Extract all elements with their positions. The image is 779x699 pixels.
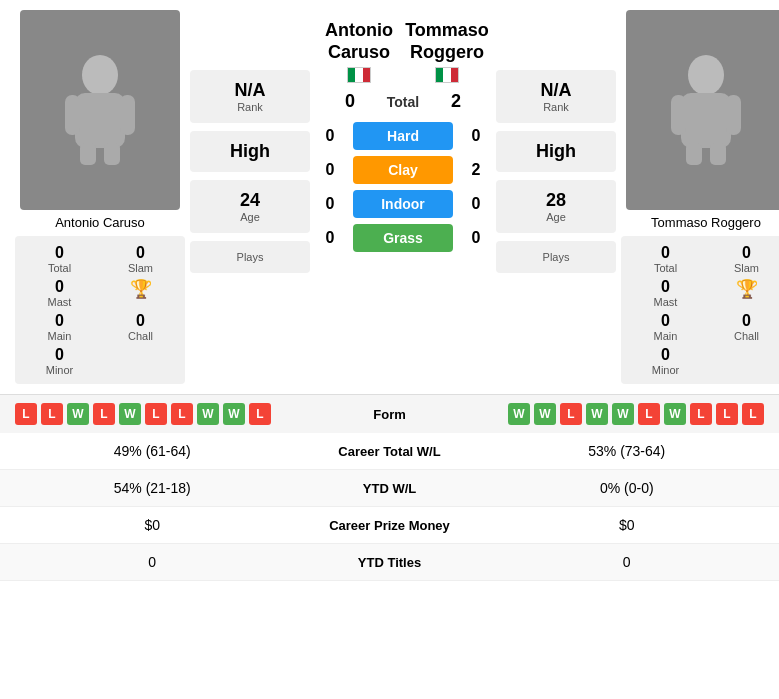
right-surface-value: High <box>512 141 600 162</box>
left-rank-label: Rank <box>206 101 294 113</box>
form-badge-left: L <box>15 403 37 425</box>
right-total-value: 0 <box>661 244 670 262</box>
indoor-score-right: 0 <box>461 195 491 213</box>
left-total-value: 0 <box>55 244 64 262</box>
svg-rect-8 <box>671 95 686 135</box>
left-player-silhouette <box>60 55 140 165</box>
right-slam-stat: 0 Slam <box>712 244 779 274</box>
right-age-label: Age <box>512 211 600 223</box>
form-badge-right: L <box>690 403 712 425</box>
hard-button[interactable]: Hard <box>353 122 453 150</box>
svg-point-6 <box>688 55 724 95</box>
clay-row: 0 Clay 2 <box>315 156 491 184</box>
svg-rect-11 <box>710 143 726 165</box>
right-player-stats: 0 Total 0 Slam 0 Mast 🏆 0 Main 0 Chall <box>621 236 779 384</box>
stats-row: $0 Career Prize Money $0 <box>0 507 779 544</box>
right-slam-label: Slam <box>734 262 759 274</box>
indoor-button[interactable]: Indoor <box>353 190 453 218</box>
stat-center-label: Career Total W/L <box>290 444 490 459</box>
form-badge-left: L <box>93 403 115 425</box>
left-total-stat: 0 Total <box>25 244 94 274</box>
stats-row: 54% (21-18) YTD W/L 0% (0-0) <box>0 470 779 507</box>
stats-row: 49% (61-64) Career Total W/L 53% (73-64) <box>0 433 779 470</box>
clay-button[interactable]: Clay <box>353 156 453 184</box>
grass-button[interactable]: Grass <box>353 224 453 252</box>
form-badge-left: L <box>249 403 271 425</box>
p2-name-line1: Tommaso <box>403 20 491 42</box>
form-badge-right: W <box>664 403 686 425</box>
svg-rect-7 <box>681 93 731 148</box>
indoor-score-left: 0 <box>315 195 345 213</box>
form-badge-left: L <box>145 403 167 425</box>
right-player-photo <box>626 10 779 210</box>
grass-score-left: 0 <box>315 229 345 247</box>
left-minor-stat: 0 Minor <box>25 346 94 376</box>
left-player-section: Antonio Caruso 0 Total 0 Slam 0 Mast 🏆 0… <box>15 10 185 384</box>
left-rank-box: N/A Rank <box>190 70 310 123</box>
indoor-row: 0 Indoor 0 <box>315 190 491 218</box>
p1-name-line2: Caruso <box>315 42 403 64</box>
stats-table: 49% (61-64) Career Total W/L 53% (73-64)… <box>0 433 779 581</box>
right-main-label: Main <box>654 330 678 342</box>
form-center-label: Form <box>340 407 440 422</box>
right-slam-value: 0 <box>742 244 751 262</box>
grass-score-right: 0 <box>461 229 491 247</box>
form-badge-right: W <box>612 403 634 425</box>
form-badge-right: L <box>638 403 660 425</box>
right-rank-label: Rank <box>512 101 600 113</box>
form-badge-left: W <box>197 403 219 425</box>
right-chall-stat: 0 Chall <box>712 312 779 342</box>
right-rank-value: N/A <box>512 80 600 101</box>
clay-score-left: 0 <box>315 161 345 179</box>
left-total-label: Total <box>48 262 71 274</box>
stat-center-label: YTD W/L <box>290 481 490 496</box>
svg-rect-10 <box>686 143 702 165</box>
total-score-left: 0 <box>335 91 365 112</box>
left-minor-value: 0 <box>55 346 64 364</box>
top-section: Antonio Caruso 0 Total 0 Slam 0 Mast 🏆 0… <box>0 0 779 394</box>
center-player1-name: Antonio Caruso <box>315 20 403 83</box>
left-rank-value: N/A <box>206 80 294 101</box>
right-minor-label: Minor <box>652 364 680 376</box>
left-age-value: 24 <box>206 190 294 211</box>
hard-row: 0 Hard 0 <box>315 122 491 150</box>
stat-center-label: YTD Titles <box>290 555 490 570</box>
right-plays-box: Plays <box>496 241 616 273</box>
left-player-name: Antonio Caruso <box>55 215 145 230</box>
total-score-right: 2 <box>441 91 471 112</box>
right-age-value: 28 <box>512 190 600 211</box>
form-right: WWLWWLWLLL <box>445 403 765 425</box>
stat-left-val: 49% (61-64) <box>15 443 290 459</box>
p1-flag <box>315 67 403 83</box>
p1-name-line1: Antonio <box>315 20 403 42</box>
right-minor-stat: 0 Minor <box>631 346 700 376</box>
stat-left-val: 54% (21-18) <box>15 480 290 496</box>
right-age-box: 28 Age <box>496 180 616 233</box>
left-mast-value: 0 <box>55 278 64 296</box>
left-trophy-icon: 🏆 <box>130 278 152 300</box>
form-badge-right: L <box>742 403 764 425</box>
left-surface-box: High <box>190 131 310 172</box>
right-rank-box: N/A Rank <box>496 70 616 123</box>
left-player-stats: 0 Total 0 Slam 0 Mast 🏆 0 Main 0 Chall <box>15 236 185 384</box>
form-badge-left: W <box>119 403 141 425</box>
left-main-stat: 0 Main <box>25 312 94 342</box>
right-chall-label: Chall <box>734 330 759 342</box>
form-badge-left: W <box>67 403 89 425</box>
p1-flag-icon <box>347 67 371 83</box>
left-main-value: 0 <box>55 312 64 330</box>
svg-rect-5 <box>104 143 120 165</box>
right-player-name: Tommaso Roggero <box>651 215 761 230</box>
left-age-box: 24 Age <box>190 180 310 233</box>
stat-left-val: $0 <box>15 517 290 533</box>
center-player2-name: Tommaso Roggero <box>403 20 491 83</box>
left-plays-label: Plays <box>206 251 294 263</box>
stat-right-val: 0 <box>490 554 765 570</box>
center-col: Antonio Caruso Tommaso Roggero <box>315 10 491 384</box>
stats-row: 0 YTD Titles 0 <box>0 544 779 581</box>
total-row: 0 Total 2 <box>315 91 491 112</box>
total-label: Total <box>373 94 433 110</box>
right-total-label: Total <box>654 262 677 274</box>
right-surface-box: High <box>496 131 616 172</box>
form-left: LLWLWLLWWL <box>15 403 335 425</box>
